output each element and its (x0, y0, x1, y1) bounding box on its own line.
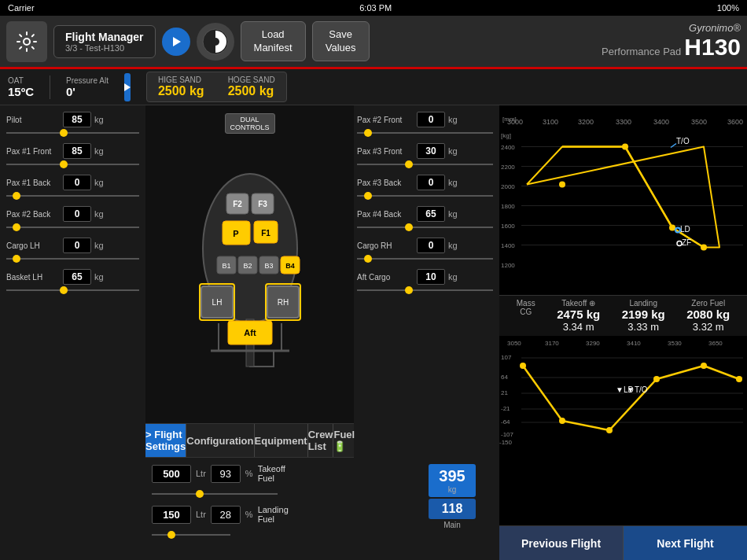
svg-point-58 (622, 144, 628, 150)
svg-text:[kg]: [kg] (501, 132, 511, 139)
zero-fuel-mass-item: Zero Fuel 2080 kg 3.32 m (686, 299, 730, 333)
left-slider-5[interactable] (6, 289, 139, 297)
play-button[interactable] (162, 28, 190, 56)
right-weight-unit-0: kg (448, 115, 458, 124)
right-weight-label-2: Pax #3 Back (357, 179, 414, 187)
landing-pct-input[interactable] (211, 506, 241, 524)
svg-text:3170: 3170 (545, 340, 559, 347)
battery-label: 100% (717, 3, 739, 13)
tab-equipment[interactable]: Equipment (255, 424, 308, 457)
left-weight-input-5[interactable] (63, 269, 91, 285)
takeoff-pct-unit: % (245, 469, 253, 478)
hoge-label: HOGE SAND (228, 76, 275, 84)
svg-text:3600: 3600 (727, 118, 743, 126)
left-weight-row-3: Pax #2 Back kg (6, 206, 139, 222)
carrier-label: Carrier (8, 3, 35, 13)
hoge-value: 2500 kg (228, 84, 275, 98)
right-slider-5[interactable] (357, 289, 493, 297)
mass-cg-label-item: MassCG (517, 299, 535, 333)
svg-point-88 (559, 418, 565, 424)
takeoff-pct-input[interactable] (211, 465, 241, 483)
svg-text:-150: -150 (499, 439, 513, 446)
svg-text:F3: F3 (258, 200, 267, 208)
chart-bottom: 3050 3170 3290 3410 3530 3650 107 64 21 … (499, 336, 747, 525)
left-weight-row-4: Cargo LH kg (6, 238, 139, 253)
landing-fuel-slider[interactable] (152, 530, 230, 540)
left-slider-3[interactable] (6, 227, 139, 234)
helicopter-view: DUALCONTROLS P F1 F2 (145, 105, 354, 423)
top-chart-svg: 3000 3100 3200 3300 3400 3500 3600 [mm] … (499, 105, 747, 295)
svg-text:3650: 3650 (708, 340, 723, 347)
svg-text:-21: -21 (501, 405, 510, 412)
svg-text:3050: 3050 (507, 340, 521, 347)
landing-ltr-input[interactable] (152, 506, 191, 524)
takeoff-label: Takeoff ⊕ (557, 299, 600, 308)
settings-button[interactable] (6, 21, 47, 62)
right-slider-2[interactable] (357, 195, 493, 203)
gyronimo-logo-btn (197, 23, 234, 61)
tab-bar: > Flight SettingsConfigurationEquipmentC… (145, 423, 354, 458)
right-weight-input-1[interactable] (417, 143, 445, 159)
chart-mass-cg: MassCG Takeoff ⊕ 2475 kg 3.34 m Landing … (499, 296, 747, 336)
left-slider-4[interactable] (6, 258, 139, 266)
svg-text:[mm]: [mm] (502, 116, 517, 123)
left-weight-input-2[interactable] (63, 175, 91, 190)
right-slider-0[interactable] (357, 132, 493, 140)
next-flight-button[interactable]: Next Flight (624, 526, 747, 560)
left-slider-0[interactable] (6, 132, 139, 140)
svg-point-87 (520, 363, 526, 369)
right-weight-label-0: Pax #2 Front (357, 116, 414, 124)
status-play-button[interactable] (124, 73, 131, 101)
right-slider-1[interactable] (357, 164, 493, 171)
left-weight-input-0[interactable] (63, 112, 91, 127)
tab-configuration[interactable]: Configuration (186, 424, 254, 457)
svg-text:64: 64 (501, 374, 508, 381)
left-weight-label-5: Basket LH (6, 273, 60, 282)
svg-point-89 (606, 427, 613, 433)
tab--flight-settings[interactable]: > Flight Settings (145, 424, 186, 457)
tab-fuel-[interactable]: Fuel 🔋 (333, 424, 355, 457)
right-weight-input-3[interactable] (417, 206, 445, 222)
left-weight-input-3[interactable] (63, 206, 91, 222)
flight-manager-info: Flight Manager 3/3 - Test-H130 (53, 25, 156, 58)
left-weight-label-1: Pax #1 Front (6, 147, 60, 156)
right-weight-row-1: Pax #3 Front kg (357, 143, 493, 159)
left-weight-input-4[interactable] (63, 238, 91, 253)
right-slider-4[interactable] (357, 258, 493, 266)
left-weight-unit-2: kg (94, 178, 104, 187)
right-weight-input-0[interactable] (417, 112, 445, 127)
right-weight-input-5[interactable] (417, 269, 445, 285)
left-slider-2[interactable] (6, 195, 139, 203)
left-slider-1[interactable] (6, 164, 139, 171)
svg-text:RH: RH (277, 298, 288, 307)
svg-text:1400: 1400 (501, 242, 515, 249)
svg-text:P: P (233, 229, 238, 238)
flight-manager-title: Flight Manager (65, 31, 144, 43)
takeoff-kg: 2475 kg (557, 308, 600, 321)
right-slider-3[interactable] (357, 227, 493, 234)
svg-text:-107: -107 (501, 431, 514, 438)
svg-text:3200: 3200 (578, 118, 594, 126)
right-weight-unit-5: kg (448, 272, 458, 282)
previous-flight-button[interactable]: Previous Flight (499, 526, 624, 560)
status-divider-1 (50, 76, 50, 99)
right-weight-panel: Pax #2 Front kg Pax #3 Front kg Pax #3 B… (354, 105, 499, 560)
takeoff-fuel-slider[interactable] (152, 489, 278, 499)
svg-text:3410: 3410 (627, 340, 641, 347)
svg-text:2400: 2400 (501, 144, 515, 151)
landing-fuel-label: LandingFuel (258, 505, 289, 524)
right-weight-input-2[interactable] (417, 175, 445, 190)
tab-crew-list[interactable]: Crew List (308, 424, 334, 457)
svg-text:3300: 3300 (616, 118, 631, 126)
right-weight-row-4: Cargo RH kg (357, 238, 493, 253)
takeoff-ltr-input[interactable] (152, 465, 191, 483)
gyronimo-logo: Gyronimo® Performance Pad H130 (602, 22, 741, 61)
svg-text:3500: 3500 (691, 118, 707, 126)
save-values-button[interactable]: Save Values (312, 21, 370, 62)
takeoff-fuel-label: TakeoffFuel (258, 464, 285, 483)
left-weight-input-1[interactable] (63, 143, 91, 159)
load-manifest-button[interactable]: Load Manifest (241, 21, 306, 62)
right-weight-input-4[interactable] (417, 238, 445, 253)
svg-text:F1: F1 (261, 229, 270, 238)
right-weight-label-3: Pax #4 Back (357, 210, 414, 219)
